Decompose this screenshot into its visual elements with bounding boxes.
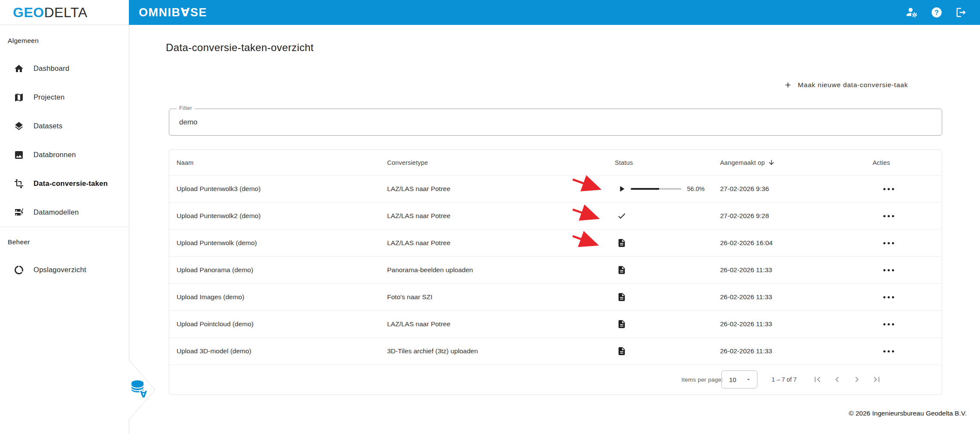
column-header-naam: Naam [177,159,387,166]
logo-geo: GEO [13,5,44,20]
table-row[interactable]: Upload Puntenwolk3 (demo) LAZ/LAS naar P… [169,176,942,203]
sidebar-item-label: Opslagoverzicht [34,266,86,274]
row-actions-button[interactable] [883,184,898,194]
sidebar-item-datamodellen[interactable]: Datamodellen [0,198,129,227]
column-header-acties: Acties [873,159,942,166]
storage-usage-icon [14,265,24,275]
status-cell [615,346,720,356]
plus-icon [784,81,792,89]
sidebar: Algemeen Dashboard Projecten Datasets Da… [0,25,129,434]
conversion-type: 3D-Tiles archief (3tz) uploaden [387,347,615,355]
created-at: 26-02-2026 11:33 [720,320,873,328]
conversion-type: LAZ/LAS naar Potree [387,320,615,328]
task-name: Upload Puntenwolk (demo) [177,239,387,247]
map-icon [14,92,24,103]
sidebar-item-label: Dashboard [34,64,69,73]
svg-text:?: ? [934,9,939,16]
column-header-status: Status [615,159,720,166]
page-title: Data-conversie-taken-overzicht [166,42,314,54]
data-model-icon [14,207,24,218]
check-icon [617,211,626,221]
sidebar-item-label: Datamodellen [34,208,79,216]
previous-page-icon[interactable] [832,374,843,385]
table-row[interactable]: Upload 3D-model (demo) 3D-Tiles archief … [169,338,942,365]
task-name: Upload Puntenwolk2 (demo) [177,212,387,220]
task-name: Upload Images (demo) [177,293,387,301]
filter-input-label: Filter [177,105,195,111]
row-actions-button[interactable] [883,319,898,329]
sidebar-item-label: Data-conversie-taken [34,179,108,188]
app-window: GEODELTA OMNIB∀SE ? Algemeen Dashboard P… [0,0,980,434]
items-per-page-select[interactable]: 10 [721,370,757,388]
svg-text:∀: ∀ [140,389,147,400]
row-actions-button[interactable] [883,292,898,302]
sidebar-item-opslagoverzicht[interactable]: Opslagoverzicht [0,255,129,284]
conversion-type: Foto's naar SZI [387,293,615,301]
new-task-button-label: Maak nieuwe data-conversie-taak [798,81,908,89]
next-page-icon[interactable] [852,374,862,385]
sidebar-item-projecten[interactable]: Projecten [0,83,129,112]
sidebar-item-databronnen[interactable]: Databronnen [0,140,129,169]
row-actions-button[interactable] [883,211,898,221]
table-row[interactable]: Upload Panorama (demo) Panorama-beelden … [169,257,942,284]
new-task-button[interactable]: Maak nieuwe data-conversie-taak [784,81,908,89]
document-icon [617,292,626,302]
database-logo-icon: ∀ [130,379,149,400]
row-actions-button[interactable] [883,238,898,248]
conversion-type: Panorama-beelden uploaden [387,266,615,274]
last-page-icon[interactable] [871,374,882,385]
created-at: 26-02-2026 11:33 [720,293,873,301]
task-name: Upload Puntenwolk3 (demo) [177,185,387,193]
row-actions-button[interactable] [883,265,898,275]
task-name: Upload 3D-model (demo) [177,347,387,355]
play-icon [617,184,626,194]
sidebar-item-label: Datasets [34,122,63,130]
table-row[interactable]: Upload Puntenwolk2 (demo) LAZ/LAS naar P… [169,203,942,230]
manage-accounts-icon[interactable] [906,6,918,18]
geodelta-logo-text: GEODELTA [13,6,88,19]
logout-icon[interactable] [955,6,967,18]
status-cell [615,211,720,221]
table-row[interactable]: Upload Pointcloud (demo) LAZ/LAS naar Po… [169,311,942,338]
progress-bar [631,188,681,190]
sidebar-item-datasets[interactable]: Datasets [0,112,129,140]
table-row[interactable]: Upload Images (demo) Foto's naar SZI 26-… [169,284,942,311]
document-icon [617,346,626,356]
filter-input[interactable]: Filter demo [169,109,942,136]
tasks-table: Naam Conversietype Status Aangemaakt op … [169,149,942,395]
table-row[interactable]: Upload Puntenwolk (demo) LAZ/LAS naar Po… [169,230,942,257]
sidebar-section-algemeen: Algemeen [0,25,129,54]
first-page-icon[interactable] [812,374,823,385]
created-at: 27-02-2026 9:28 [720,212,873,220]
conversion-type: LAZ/LAS naar Potree [387,212,615,220]
help-icon[interactable]: ? [931,6,943,18]
logo-delta: DELTA [44,5,88,20]
row-actions-button[interactable] [883,346,898,356]
sidebar-item-label: Projecten [34,93,64,101]
transform-icon [14,179,24,189]
sidebar-section-beheer: Beheer [0,227,129,255]
document-icon [617,265,626,275]
copyright-footer: © 2026 Ingenieursbureau Geodelta B.V. [0,410,967,417]
items-per-page-label: Items per page: [681,376,723,383]
sort-descending-icon [768,159,775,166]
created-at: 26-02-2026 16:04 [720,239,873,247]
document-icon [617,238,626,248]
sidebar-item-data-conversie-taken[interactable]: Data-conversie-taken [0,169,129,198]
app-name: OMNIB∀SE [139,6,207,19]
task-name: Upload Pointcloud (demo) [177,320,387,328]
conversion-type: LAZ/LAS naar Potree [387,239,615,247]
table-paginator: Items per page: 10 1 – 7 of 7 [169,365,942,394]
column-header-label: Aangemaakt op [720,159,765,166]
top-app-bar: OMNIB∀SE ? [129,0,980,25]
column-header-aangemaakt-op[interactable]: Aangemaakt op [720,159,873,166]
topbar-icons: ? [906,6,967,18]
home-icon [14,64,24,74]
created-at: 26-02-2026 11:33 [720,266,873,274]
geodelta-logo: GEODELTA [0,0,129,25]
sidebar-item-dashboard[interactable]: Dashboard [0,54,129,83]
dropdown-caret-icon [745,376,752,383]
items-per-page-value: 10 [729,376,736,383]
status-cell [615,238,720,248]
status-cell [615,292,720,302]
